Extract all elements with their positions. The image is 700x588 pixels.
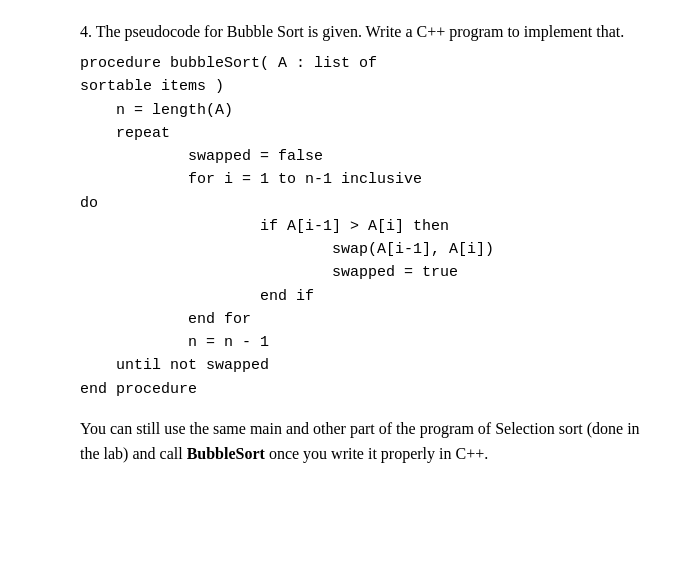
question-container: 4. The pseudocode for Bubble Sort is giv…	[80, 20, 660, 466]
pseudocode-block: procedure bubbleSort( A : list of sortab…	[80, 52, 660, 401]
footer-part2: once you write it properly in C++.	[265, 445, 488, 462]
footer-bold: BubbleSort	[187, 445, 265, 462]
footer-text: You can still use the same main and othe…	[80, 417, 660, 467]
question-intro: 4. The pseudocode for Bubble Sort is giv…	[80, 20, 660, 44]
